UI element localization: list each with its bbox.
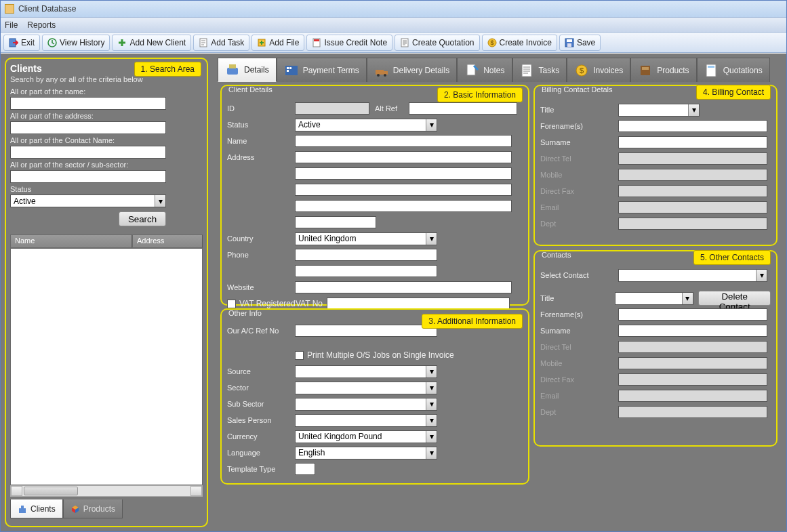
- add-file-button[interactable]: Add File: [251, 35, 304, 51]
- currency-select[interactable]: United Kingdom Pound▾: [295, 430, 437, 443]
- chevron-down-icon: ▾: [426, 431, 437, 443]
- phone-input[interactable]: [295, 249, 437, 261]
- main-tabstrip: Details Payment Terms Delivery Details N…: [218, 58, 782, 82]
- create-quotation-button[interactable]: Create Quotation: [395, 35, 479, 51]
- menu-file[interactable]: File: [5, 20, 18, 30]
- label-acref: Our A/C Ref No: [227, 327, 295, 335]
- tab-payment-terms[interactable]: Payment Terms: [277, 58, 367, 82]
- label-source: Source: [227, 367, 295, 375]
- address-2-input[interactable]: [295, 167, 512, 180]
- vat-registered-checkbox[interactable]: [227, 300, 236, 308]
- notes-icon: [464, 63, 479, 78]
- credit-note-button[interactable]: Issue Credit Note: [306, 35, 392, 51]
- titlebar: Client Database: [1, 1, 786, 18]
- save-button[interactable]: Save: [559, 35, 601, 51]
- file-plus-icon: [257, 38, 266, 47]
- altref-input[interactable]: [409, 102, 517, 115]
- contact-title-select[interactable]: ▾: [615, 292, 693, 305]
- delete-contact-button[interactable]: Delete Contact: [698, 291, 771, 306]
- sales-select[interactable]: ▾: [295, 414, 437, 427]
- postcode-input[interactable]: [295, 216, 376, 228]
- callout-search: 1. Search Area: [134, 62, 201, 77]
- tab-tasks[interactable]: Tasks: [512, 58, 567, 82]
- label-currency: Currency: [227, 432, 295, 441]
- search-address-input[interactable]: [10, 121, 166, 134]
- client-name-input[interactable]: [295, 135, 512, 147]
- tab-products[interactable]: Products: [63, 499, 123, 518]
- main-content: Client Details 2. Basic Information ID A…: [218, 82, 782, 527]
- view-history-button[interactable]: View History: [42, 35, 110, 51]
- label-bfore: Forename(s): [540, 122, 618, 130]
- address-3-input[interactable]: [295, 184, 512, 196]
- chevron-down-icon: ▾: [426, 233, 437, 245]
- label-phone: Phone: [227, 251, 295, 259]
- scroll-left-icon[interactable]: [11, 486, 22, 496]
- acref-input[interactable]: [295, 325, 437, 337]
- col-address[interactable]: Address: [132, 234, 203, 248]
- subsector-select[interactable]: ▾: [295, 398, 437, 411]
- payment-icon: [284, 63, 299, 78]
- contact-forename-input[interactable]: [618, 308, 767, 321]
- address-4-input[interactable]: [295, 200, 512, 212]
- contact-surname-input[interactable]: [618, 325, 767, 337]
- phone2-input[interactable]: [295, 265, 437, 277]
- tab-delivery[interactable]: Delivery Details: [367, 58, 457, 82]
- search-sector-input[interactable]: [10, 170, 166, 183]
- source-select[interactable]: ▾: [295, 365, 437, 378]
- search-status-select[interactable]: Active ▾: [10, 195, 166, 207]
- tab-invoices[interactable]: $ Invoices: [567, 58, 630, 82]
- callout-basic: 2. Basic Information: [437, 87, 523, 102]
- svg-rect-13: [21, 506, 24, 508]
- search-contact-input[interactable]: [10, 146, 166, 159]
- callout-additional: 3. Additional Information: [422, 314, 523, 329]
- search-name-input[interactable]: [10, 97, 166, 110]
- template-input[interactable]: [295, 463, 315, 475]
- scroll-thumb[interactable]: [24, 487, 78, 495]
- print-multi-checkbox[interactable]: [295, 351, 304, 360]
- add-client-button[interactable]: Add New Client: [112, 35, 191, 51]
- tab-notes[interactable]: Notes: [457, 58, 512, 82]
- tab-quotations[interactable]: Quotations: [697, 58, 770, 82]
- svg-point-26: [384, 74, 386, 77]
- billing-forename-input[interactable]: [618, 120, 767, 132]
- results-scrollbar[interactable]: [10, 485, 203, 497]
- label-subsector: Sub Sector: [227, 400, 295, 408]
- website-input[interactable]: [295, 281, 512, 293]
- select-contact-select[interactable]: ▾: [618, 269, 767, 282]
- menu-reports[interactable]: Reports: [27, 20, 56, 30]
- billing-title-select[interactable]: ▾: [618, 104, 700, 117]
- label-status2: Status: [227, 121, 295, 129]
- label-language: Language: [227, 449, 295, 457]
- quotations-icon: [704, 63, 719, 78]
- label-address2: Address: [227, 153, 295, 161]
- add-task-button[interactable]: Add Task: [193, 35, 249, 51]
- scroll-right-icon[interactable]: [190, 486, 202, 496]
- group-other-info: Other Info 3. Additional Information Our…: [220, 308, 529, 485]
- billing-surname-input[interactable]: [618, 136, 767, 148]
- label-bfax: Direct Fax: [540, 187, 618, 195]
- results-list[interactable]: [10, 248, 203, 485]
- country-select[interactable]: United Kingdom▾: [295, 232, 437, 245]
- billing-email-input: [618, 201, 767, 213]
- status-select[interactable]: Active▾: [295, 119, 437, 131]
- label-sales: Sales Person: [227, 416, 295, 424]
- svg-point-25: [377, 74, 380, 77]
- svg-rect-23: [376, 70, 384, 75]
- sector-select[interactable]: ▾: [295, 382, 437, 394]
- create-invoice-button[interactable]: $ Create Invoice: [482, 35, 557, 51]
- chevron-down-icon: ▾: [426, 415, 437, 426]
- exit-button[interactable]: Exit: [3, 35, 40, 51]
- search-button[interactable]: Search: [119, 211, 166, 226]
- address-1-input[interactable]: [295, 151, 512, 163]
- language-select[interactable]: English▾: [295, 447, 437, 459]
- chevron-down-icon: ▾: [155, 195, 165, 207]
- label-bdept: Dept: [540, 220, 618, 228]
- tab-clients[interactable]: Clients: [10, 499, 63, 518]
- label-bmob: Mobile: [540, 171, 618, 179]
- tab-products-main[interactable]: Products: [630, 58, 696, 82]
- col-name[interactable]: Name: [10, 234, 132, 248]
- label-name: All or part of the name:: [10, 87, 203, 96]
- tab-details[interactable]: Details: [218, 58, 277, 82]
- label-id: ID: [227, 104, 295, 112]
- billing-tel-input: [618, 152, 767, 165]
